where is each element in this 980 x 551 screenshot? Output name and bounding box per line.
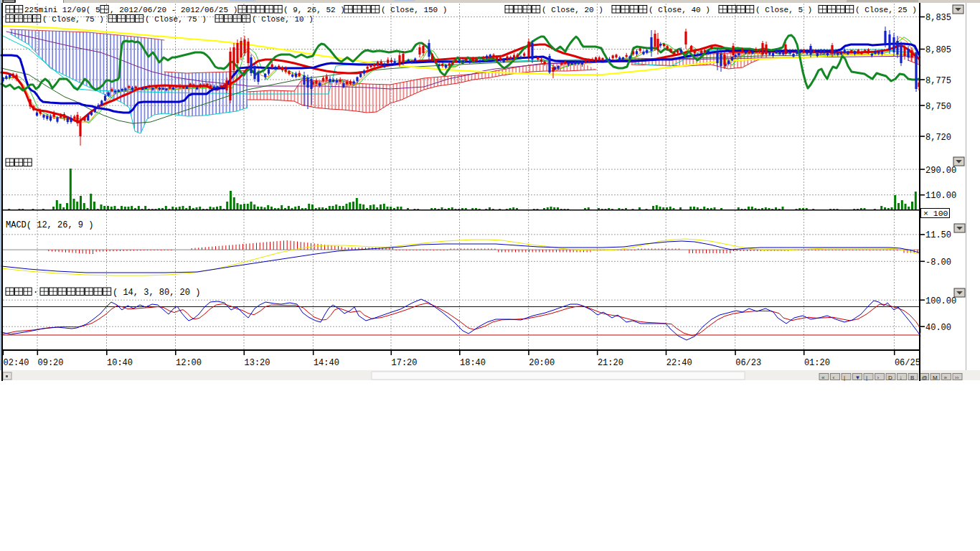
svg-text:D: D: [888, 375, 892, 381]
svg-text:|: |: [866, 375, 867, 381]
svg-text:8,775: 8,775: [925, 76, 951, 86]
svg-text:22:40: 22:40: [666, 358, 692, 368]
svg-text:100.00: 100.00: [925, 296, 956, 306]
svg-text:@: @: [922, 375, 928, 381]
svg-text:× 100: × 100: [923, 209, 948, 218]
svg-text:( Close, 5 ): ( Close, 5 ): [755, 6, 812, 14]
svg-text:11.50: 11.50: [925, 230, 951, 240]
svg-text:-8.00: -8.00: [925, 258, 951, 268]
svg-text:▼: ▼: [855, 375, 861, 381]
svg-text:( Close, 20 ): ( Close, 20 ): [542, 6, 603, 14]
svg-text:8,720: 8,720: [925, 133, 951, 143]
svg-text:›: ›: [877, 375, 880, 381]
svg-text:B: B: [910, 375, 914, 381]
svg-text:( Close, 40 ): ( Close, 40 ): [649, 6, 710, 14]
svg-text:8,750: 8,750: [925, 102, 951, 112]
svg-text:110.00: 110.00: [925, 191, 956, 201]
svg-text:17:20: 17:20: [392, 358, 418, 368]
svg-text:01:20: 01:20: [804, 358, 830, 368]
svg-text:40.00: 40.00: [925, 323, 951, 333]
svg-text:MACD( 12, 26, 9 ): MACD( 12, 26, 9 ): [6, 220, 93, 230]
svg-text:«: «: [821, 375, 825, 381]
svg-text:( 14, 3, 80, 20 ): ( 14, 3, 80, 20 ): [113, 288, 200, 298]
svg-text:21:20: 21:20: [598, 358, 623, 368]
svg-text:09:20: 09:20: [38, 358, 64, 368]
svg-text:10:40: 10:40: [107, 358, 133, 368]
svg-text:( 9, 26, 52 ): ( 9, 26, 52 ): [283, 6, 345, 14]
svg-text:( Close, 150 ): ( Close, 150 ): [381, 6, 447, 14]
svg-text:»: »: [944, 375, 948, 381]
svg-text:290.00: 290.00: [925, 166, 956, 176]
svg-text:06/25: 06/25: [895, 358, 920, 368]
svg-text:18:40: 18:40: [460, 358, 486, 368]
svg-text:8,805: 8,805: [925, 45, 951, 55]
svg-text:225mini 12/09( 5: 225mini 12/09( 5: [24, 6, 100, 14]
svg-text:14:40: 14:40: [314, 358, 339, 368]
svg-text:|: |: [844, 375, 845, 381]
svg-text:( Close, 10 ): ( Close, 10 ): [252, 15, 314, 24]
svg-text:12:00: 12:00: [176, 358, 202, 368]
svg-text:( Close, 25 ): ( Close, 25 ): [855, 6, 917, 14]
svg-text:20:00: 20:00: [529, 358, 555, 368]
svg-text:02:40: 02:40: [4, 358, 29, 368]
svg-text:( Close, 75 ): ( Close, 75 ): [145, 15, 207, 24]
svg-text:‹: ‹: [833, 375, 835, 381]
svg-text:, 2012/06/20 - 2012/06/25 ): , 2012/06/20 - 2012/06/25 ): [110, 6, 237, 14]
svg-text:8,835: 8,835: [925, 13, 951, 23]
svg-text:››: ››: [955, 375, 959, 381]
svg-text:↓: ↓: [900, 375, 903, 381]
svg-text:06/23: 06/23: [735, 358, 761, 368]
svg-text:M: M: [933, 375, 938, 381]
svg-text:( Close, 75 ): ( Close, 75 ): [42, 15, 104, 24]
svg-text:·: ·: [33, 288, 38, 298]
svg-text:13:20: 13:20: [245, 358, 270, 368]
